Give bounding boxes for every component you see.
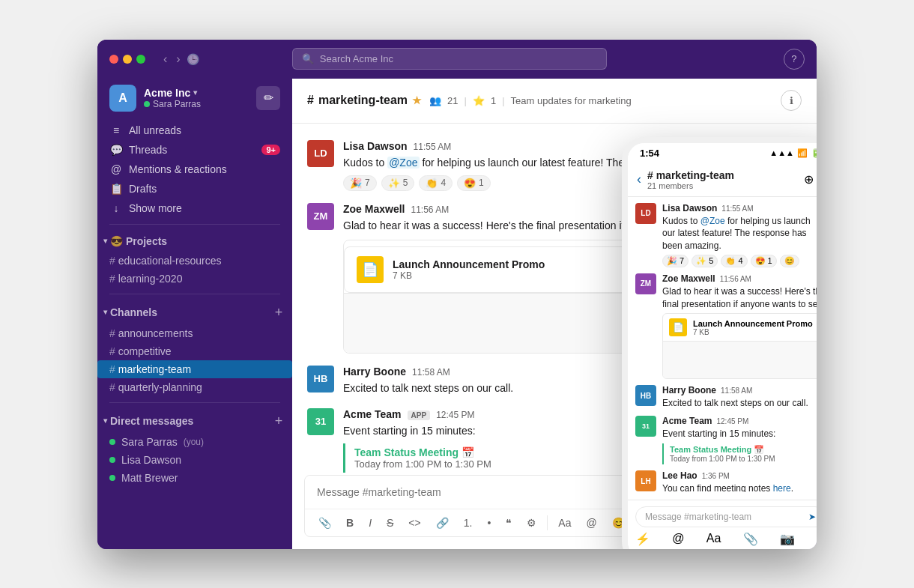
mobile-channel-name: # marketing-team: [647, 169, 798, 181]
mobile-reaction[interactable]: 🎉 7: [662, 255, 688, 267]
mobile-status-bar: 1:54 ▲▲▲ 📶 🔋: [628, 143, 817, 163]
mobile-message: 31 Acme Team 12:45 PM Event starting in …: [635, 416, 817, 464]
projects-section-header[interactable]: ▾ 😎 Projects: [97, 231, 292, 252]
attachment-button[interactable]: 📎: [314, 514, 336, 532]
bullet-list-button[interactable]: •: [482, 514, 495, 532]
mobile-time: 12:45 PM: [716, 417, 748, 425]
strikethrough-button[interactable]: S: [382, 514, 398, 532]
sidebar-divider-1: [109, 224, 280, 225]
chat-header: # marketing-team ★ 👥 21 | ⭐ 1 | Team upd…: [292, 79, 817, 124]
dm-item-matt-brewer[interactable]: Matt Brewer: [97, 469, 292, 487]
code-button[interactable]: <>: [404, 514, 425, 532]
mobile-message-text: Kudos to @Zoe for helping us launch our …: [662, 215, 817, 252]
mobile-mention-icon[interactable]: @: [672, 532, 684, 545]
workspace-name[interactable]: Acme Inc ▾: [144, 87, 249, 99]
mobile-messages: LD Lisa Dawson 11:55 AM Kudos to @Zoe fo…: [628, 197, 817, 492]
font-size-button[interactable]: Aa: [554, 514, 575, 532]
mobile-reaction[interactable]: 😍 1: [751, 255, 777, 267]
link-button[interactable]: 🔗: [432, 514, 453, 532]
mobile-message-content: Acme Team 12:45 PM Event starting in 15 …: [662, 416, 817, 464]
mobile-message: HB Harry Boone 11:58 AM Excited to talk …: [635, 385, 817, 410]
mobile-reaction[interactable]: ✨ 5: [691, 255, 718, 267]
bold-button[interactable]: B: [342, 514, 358, 532]
mobile-message-header: Harry Boone 11:58 AM: [662, 385, 817, 395]
hash-icon: #: [109, 363, 115, 375]
history-button[interactable]: 🕒: [187, 51, 199, 67]
mobile-event-title[interactable]: Team Status Meeting 📅: [670, 445, 817, 455]
mobile-time: 1:54: [640, 148, 659, 159]
channel-item-competitive[interactable]: # competitive: [97, 342, 292, 360]
file-attachment[interactable]: 📄 Launch Announcement Promo 7 KB: [344, 246, 657, 293]
mobile-text-icon[interactable]: Aa: [706, 532, 721, 545]
mobile-link[interactable]: here: [773, 483, 791, 491]
battery-icon: 🔋: [811, 148, 817, 158]
compose-button[interactable]: ✏: [256, 86, 280, 110]
sidebar-item-threads[interactable]: 💬 Threads 9+: [103, 140, 286, 160]
add-dm-button[interactable]: +: [271, 413, 286, 428]
mobile-time: 11:58 AM: [721, 387, 752, 395]
threads-badge: 9+: [261, 145, 280, 155]
sidebar-divider-3: [109, 402, 280, 403]
show-more-icon: ↓: [109, 202, 123, 214]
add-channel-button[interactable]: +: [271, 305, 286, 320]
dm-item-lisa-dawson[interactable]: Lisa Dawson: [97, 451, 292, 469]
mobile-file-preview: [663, 341, 817, 378]
mobile-input-box[interactable]: Message #marketing-team ➤: [635, 506, 817, 527]
file-icon: 📄: [357, 256, 384, 283]
mobile-input-toolbar: ⚡ @ Aa 📎 📷 ▶: [635, 532, 817, 546]
forward-button[interactable]: ›: [173, 51, 183, 67]
reaction[interactable]: 🎉7: [343, 175, 377, 191]
dm-section-header[interactable]: ▾ Direct messages +: [97, 409, 292, 433]
channel-item-marketing-team[interactable]: # marketing-team: [97, 360, 292, 378]
mobile-back-button[interactable]: ‹: [637, 172, 641, 187]
message-time: 11:58 AM: [412, 367, 450, 378]
channel-item-quarterly-planning[interactable]: # quarterly-planning: [97, 378, 292, 396]
online-dot-icon: [109, 457, 115, 463]
mobile-app-avatar: 31: [635, 416, 656, 437]
file-name: Launch Announcement Promo: [393, 258, 545, 270]
mobile-message: LH Lee Hao 1:36 PM You can find meeting …: [635, 470, 817, 491]
maximize-button[interactable]: [136, 55, 145, 64]
sidebar-item-all-unreads[interactable]: ≡ All unreads: [103, 121, 286, 140]
mobile-message-header: Acme Team 12:45 PM: [662, 416, 817, 426]
file-size: 7 KB: [393, 270, 545, 281]
app-badge: APP: [408, 410, 431, 420]
mobile-camera-icon[interactable]: 📷: [780, 532, 795, 546]
mobile-avatar: LH: [635, 470, 656, 491]
mobile-message-header: Zoe Maxwell 11:56 AM: [662, 273, 817, 284]
mobile-lightning-icon[interactable]: ⚡: [635, 532, 650, 546]
mention-button[interactable]: @: [581, 514, 601, 532]
mobile-attach-icon[interactable]: 📎: [743, 532, 758, 546]
info-button[interactable]: ℹ: [781, 90, 802, 111]
mobile-reaction[interactable]: 😊: [780, 255, 799, 267]
back-button[interactable]: ‹: [160, 51, 170, 67]
close-button[interactable]: [109, 55, 118, 64]
reaction[interactable]: ✨5: [381, 175, 415, 191]
mobile-send-icon[interactable]: ➤: [808, 512, 816, 522]
sidebar-item-mentions[interactable]: @ Mentions & reactions: [103, 160, 286, 179]
reaction[interactable]: 😍1: [457, 175, 491, 191]
block-quote-button[interactable]: ❝: [501, 514, 516, 532]
channel-item-learning-2020[interactable]: # learning-2020: [97, 270, 292, 288]
header-actions: ℹ: [781, 90, 802, 111]
channel-meta: 👥 21 | ⭐ 1 | Team updates for marketing: [429, 95, 632, 106]
reaction[interactable]: 👏4: [419, 175, 453, 191]
search-bar[interactable]: 🔍 Search Acme Inc: [292, 48, 607, 70]
mobile-reaction[interactable]: 👏 4: [721, 255, 747, 267]
italic-button[interactable]: I: [364, 514, 376, 532]
channels-section-header[interactable]: ▾ Channels +: [97, 300, 292, 324]
dm-item-sara-parras[interactable]: Sara Parras (you): [97, 433, 292, 451]
avatar: LD: [307, 140, 334, 167]
online-dot-icon: [109, 475, 115, 481]
workflow-button[interactable]: ⚙: [522, 514, 541, 532]
ordered-list-button[interactable]: 1.: [459, 514, 477, 532]
mobile-search-button[interactable]: ⊕: [804, 172, 814, 187]
nav-arrows: ‹ › 🕒: [160, 51, 199, 67]
channel-item-educational-resources[interactable]: # educational-resources: [97, 252, 292, 270]
minimize-button[interactable]: [123, 55, 132, 64]
sidebar-item-drafts[interactable]: 📋 Drafts: [103, 179, 286, 198]
sidebar-item-show-more[interactable]: ↓ Show more: [103, 198, 286, 218]
help-button[interactable]: ?: [784, 49, 805, 70]
mention: @Zoe: [387, 157, 419, 169]
channel-item-announcements[interactable]: # announcements: [97, 324, 292, 342]
